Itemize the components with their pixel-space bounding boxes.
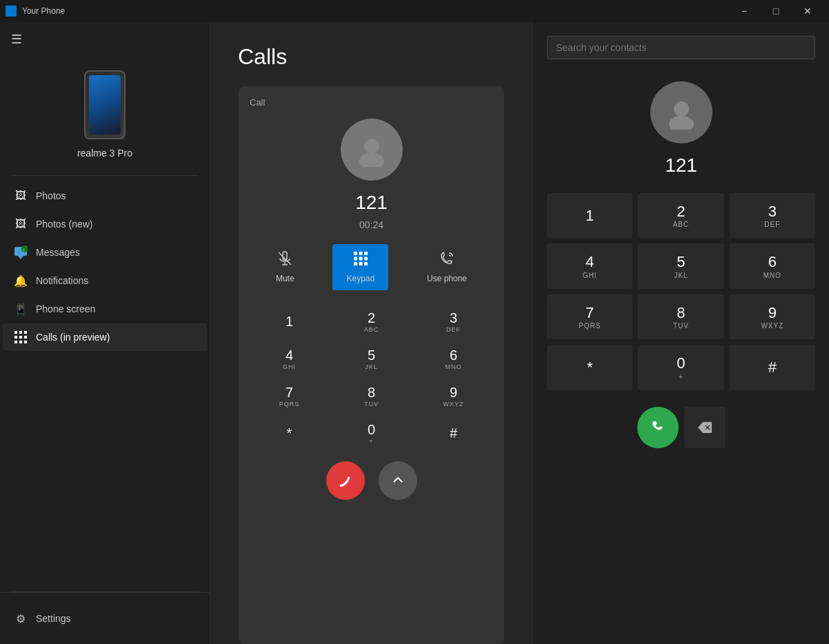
svg-point-13 [364, 139, 379, 154]
settings-icon: ⚙ [14, 612, 28, 625]
keypad-key-*[interactable]: * [250, 416, 329, 450]
call-action-buttons: Mute [250, 244, 493, 290]
phone-card-area: Call 121 00:24 [210, 86, 532, 644]
right-keypad-key-3[interactable]: 3DEF [730, 193, 815, 238]
keypad-button[interactable]: Keypad [332, 244, 388, 290]
sidebar-item-label: Calls (in preview) [36, 332, 110, 343]
sidebar: ☰ realme 3 Pro 🖼 Photos 🖼 Photos (new) [0, 22, 210, 644]
sidebar-item-settings[interactable]: ⚙ Settings [3, 605, 207, 632]
hamburger-menu-button[interactable]: ☰ [0, 22, 210, 57]
right-keypad-key-2[interactable]: 2ABC [638, 193, 723, 238]
keypad-key-9[interactable]: 9WXYZ [414, 379, 493, 413]
right-keypad-key-7[interactable]: 7PQRS [547, 294, 632, 339]
sidebar-item-notifications[interactable]: 🔔 Notifications [3, 267, 207, 294]
search-box [547, 36, 815, 59]
device-section: realme 3 Pro [0, 57, 210, 175]
page-title: Calls [210, 22, 532, 86]
right-call-number: 121 [665, 154, 697, 177]
svg-rect-12 [24, 341, 27, 343]
svg-point-14 [359, 153, 384, 167]
right-keypad-key-8[interactable]: 8TUV [638, 294, 723, 339]
calls-icon [14, 330, 28, 344]
sidebar-item-label: Notifications [36, 275, 88, 286]
keypad-key-5[interactable]: 5JKL [332, 341, 411, 376]
keypad-key-4[interactable]: 4GHI [250, 341, 329, 376]
svg-rect-5 [19, 331, 22, 334]
right-caller-avatar [650, 81, 712, 143]
sidebar-item-label: Phone screen [36, 303, 95, 314]
end-call-button[interactable] [326, 461, 365, 500]
right-keypad-key-0[interactable]: 0+ [638, 345, 723, 390]
app-logo-icon [6, 6, 17, 17]
sidebar-item-photos[interactable]: 🖼 Photos [3, 182, 207, 210]
right-keypad-key-1[interactable]: 1 [547, 193, 632, 238]
photos-icon: 🖼 [14, 189, 28, 203]
keypad-key-3[interactable]: 3DEF [414, 304, 493, 339]
keypad-key-7[interactable]: 7PQRS [250, 379, 329, 413]
use-phone-label: Use phone [427, 274, 467, 283]
call-button[interactable] [637, 407, 679, 448]
svg-rect-23 [359, 257, 362, 261]
sidebar-nav: 🖼 Photos 🖼 Photos (new) ! Messages [0, 176, 210, 592]
use-phone-button[interactable]: Use phone [413, 244, 481, 290]
keypad-key-1[interactable]: 1 [250, 304, 329, 339]
keypad-key-#[interactable]: # [414, 416, 493, 450]
use-phone-icon [439, 251, 455, 270]
right-bottom-buttons [547, 407, 815, 448]
svg-rect-6 [24, 331, 27, 334]
sidebar-item-label: Photos [36, 190, 66, 201]
backspace-button[interactable] [684, 407, 726, 448]
sidebar-item-messages[interactable]: ! Messages [3, 239, 207, 266]
right-keypad-key-9[interactable]: 9WXYZ [730, 294, 815, 339]
svg-rect-25 [354, 262, 357, 265]
svg-rect-27 [364, 262, 368, 265]
window-controls: − □ ✕ [728, 0, 823, 22]
sidebar-item-phone-screen[interactable]: 📱 Phone screen [3, 295, 207, 323]
search-input[interactable] [547, 36, 815, 59]
right-keypad-key-6[interactable]: 6MNO [730, 243, 815, 288]
caller-avatar [341, 119, 403, 181]
keypad-key-6[interactable]: 6MNO [414, 341, 493, 376]
mute-label: Mute [276, 274, 294, 283]
titlebar-left: Your Phone [6, 6, 65, 17]
svg-point-29 [669, 116, 694, 130]
right-keypad-grid: 12ABC3DEF4GHI5JKL6MNO7PQRS8TUV9WXYZ*0+# [547, 193, 815, 390]
maximize-button[interactable]: □ [760, 0, 792, 22]
device-name: realme 3 Pro [77, 148, 132, 159]
card-label: Call [250, 97, 265, 108]
right-panel: 121 12ABC3DEF4GHI5JKL6MNO7PQRS8TUV9WXYZ*… [532, 22, 829, 644]
main-panel: Calls Call 121 00:24 [210, 22, 532, 644]
right-keypad-key-4[interactable]: 4GHI [547, 243, 632, 288]
svg-point-28 [674, 101, 689, 117]
call-bottom-buttons [326, 461, 417, 500]
sidebar-item-calls[interactable]: Calls (in preview) [3, 323, 207, 351]
hide-keypad-button[interactable] [379, 461, 417, 500]
right-keypad-key-#[interactable]: # [730, 345, 815, 390]
app-body: ☰ realme 3 Pro 🖼 Photos 🖼 Photos (new) [0, 22, 829, 644]
keypad-key-8[interactable]: 8TUV [332, 379, 411, 413]
mute-icon [277, 251, 292, 270]
keypad-key-2[interactable]: 2ABC [332, 304, 411, 339]
photos-new-icon: 🖼 [14, 217, 28, 231]
svg-rect-22 [354, 257, 357, 261]
svg-rect-10 [14, 341, 17, 343]
notifications-icon: 🔔 [14, 274, 28, 288]
right-keypad-key-*[interactable]: * [547, 345, 632, 390]
sidebar-item-photos-new[interactable]: 🖼 Photos (new) [3, 210, 207, 238]
settings-label: Settings [36, 613, 71, 624]
messages-icon: ! [14, 245, 28, 259]
minimize-button[interactable]: − [728, 0, 760, 22]
svg-rect-9 [24, 336, 27, 339]
phone-screen-icon: 📱 [14, 302, 28, 316]
svg-rect-11 [19, 341, 22, 343]
svg-rect-19 [354, 252, 357, 255]
keypad-key-0[interactable]: 0+ [332, 416, 411, 450]
mute-button[interactable]: Mute [262, 244, 308, 290]
svg-rect-21 [364, 252, 368, 255]
right-keypad-key-5[interactable]: 5JKL [638, 243, 723, 288]
keypad-grid: 12ABC3DEF4GHI5JKL6MNO7PQRS8TUV9WXYZ*0+# [250, 304, 493, 450]
keypad-label: Keypad [346, 274, 374, 283]
call-card: Call 121 00:24 [239, 86, 504, 644]
close-button[interactable]: ✕ [792, 0, 823, 22]
sidebar-item-label: Photos (new) [36, 219, 92, 230]
